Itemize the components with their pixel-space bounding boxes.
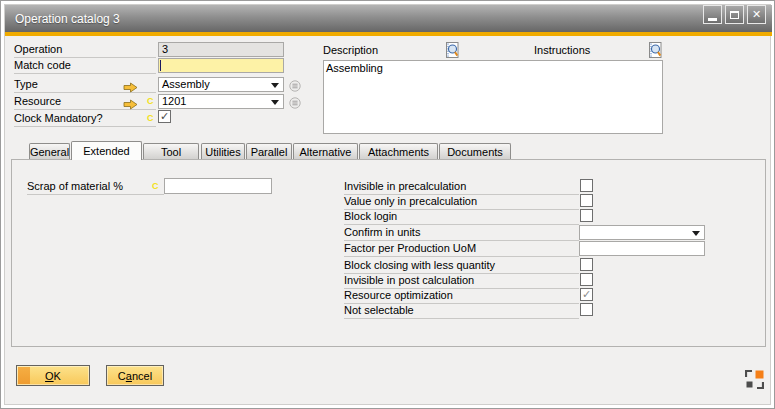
minimize-icon [708,18,717,21]
tab-utilities[interactable]: Utilities [201,143,245,159]
tab-label: Documents [447,146,503,158]
type-dropdown[interactable]: Assembly [158,77,284,92]
form-resize-icon[interactable] [745,370,764,393]
description-textarea[interactable]: Assembling [323,60,663,134]
close-icon: ✕ [752,9,761,20]
value-only-precalc-checkbox[interactable] [580,194,593,207]
operation-field: 3 [158,42,284,57]
maximize-button[interactable] [725,5,744,24]
match-code-label: Match code [14,58,156,74]
default-button-accent [18,367,30,384]
chevron-down-icon [271,100,279,105]
chevron-down-icon [692,231,700,236]
resource-optimization-label: Resource optimization [344,288,579,304]
user-defined-marker: C [147,97,154,106]
choose-from-list-icon[interactable] [289,95,301,113]
expand-editor-icon[interactable] [445,42,459,62]
tab-label: General [30,146,69,158]
type-value: Assembly [162,78,210,90]
maximize-icon [730,11,739,19]
window-title: Operation catalog 3 [5,12,120,26]
tab-tool[interactable]: Tool [143,143,199,159]
tab-general[interactable]: General [29,143,70,159]
user-defined-marker: C [147,114,154,123]
tab-parallel[interactable]: Parallel [246,143,292,159]
value-only-precalc-label: Value only in precalculation [344,194,579,210]
ok-button-label: K [54,370,61,382]
block-login-checkbox[interactable] [580,209,593,222]
tab-label: Utilities [205,146,240,158]
invisible-postcalc-checkbox[interactable] [580,273,593,286]
confirm-in-units-dropdown[interactable] [579,225,705,240]
tab-extended[interactable]: Extended [71,141,142,160]
block-login-label: Block login [344,209,579,225]
tab-attachments[interactable]: Attachments [359,143,438,159]
resource-optimization-checkbox[interactable]: ✓ [580,288,593,301]
tab-documents[interactable]: Documents [439,143,511,159]
ok-button[interactable]: OK [16,365,90,386]
operation-label: Operation [14,42,156,58]
choose-from-list-icon[interactable] [289,78,301,96]
expand-editor-icon[interactable] [648,42,662,62]
operation-catalog-window: Operation catalog 3 ✕ Operation 3 Match … [0,0,775,409]
block-closing-label: Block closing with less quantity [344,258,579,274]
instructions-label: Instructions [534,43,644,59]
ok-button-label: O [45,370,54,382]
clock-mandatory-checkbox[interactable]: ✓ [158,110,171,123]
tab-label: Extended [83,145,129,157]
tab-label: Attachments [368,146,429,158]
not-selectable-checkbox[interactable] [580,303,593,316]
match-code-input[interactable] [158,58,284,73]
block-closing-checkbox[interactable] [580,258,593,271]
description-label: Description [323,43,433,59]
close-button[interactable]: ✕ [747,5,766,24]
extended-tab-panel: Scrap of material % C Invisible in preca… [11,159,766,347]
tab-alternative[interactable]: Alternative [293,143,358,159]
user-defined-marker: C [152,182,159,191]
factor-per-uom-input[interactable] [579,241,705,256]
scrap-label: Scrap of material % [27,179,164,195]
factor-per-uom-label: Factor per Production UoM [344,241,579,257]
scrap-input[interactable] [164,178,272,194]
chevron-down-icon [271,83,279,88]
text-cursor [160,60,161,71]
titlebar[interactable]: Operation catalog 3 [5,5,772,32]
confirm-in-units-label: Confirm in units [344,225,579,241]
invisible-precalc-checkbox[interactable] [580,179,593,192]
not-selectable-label: Not selectable [344,303,579,319]
cancel-button-label: C [118,370,126,382]
window-controls: ✕ [703,5,766,24]
resource-dropdown[interactable]: 1201 [158,94,284,109]
invisible-precalc-label: Invisible in precalculation [344,179,579,195]
tab-label: Tool [161,146,181,158]
invisible-postcalc-label: Invisible in post calculation [344,273,579,289]
clock-mandatory-label: Clock Mandatory? [14,111,156,127]
accent-strip [5,32,772,36]
resource-value: 1201 [162,95,186,107]
minimize-button[interactable] [703,5,722,24]
cancel-button-label: ncel [132,370,152,382]
cancel-button[interactable]: Cancel [106,365,164,386]
tab-label: Alternative [300,146,352,158]
tab-label: Parallel [251,146,288,158]
